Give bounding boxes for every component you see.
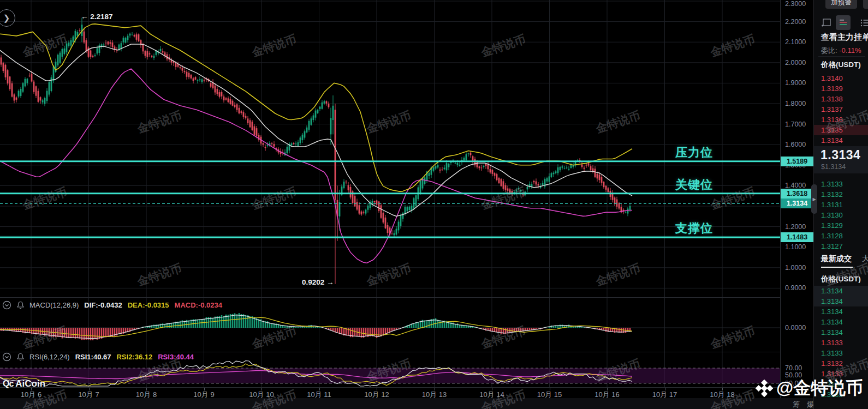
- diamond-logo-icon: [756, 380, 773, 397]
- aicoin-glyph: Qc: [3, 379, 13, 389]
- bid-row[interactable]: 1.3130: [814, 210, 868, 220]
- price-tick-label: 1.2000: [785, 223, 806, 231]
- last-price-usd: $1.3134: [821, 163, 846, 171]
- price-tick-label: 2.0000: [785, 59, 806, 67]
- last-price-block: 1.3134 $1.3134: [814, 146, 868, 173]
- alert-bell-icon[interactable]: [17, 301, 24, 309]
- level-label-support[interactable]: 支撑位: [675, 220, 713, 237]
- trading-app: { "watermark": {"text": "金特说币"}, "topbar…: [0, 0, 868, 409]
- bottom-strip: 筹 爆: [0, 398, 813, 409]
- date-axis[interactable]: 10月 610月 710月 810月 910月 1010月 1110月 1210…: [0, 387, 780, 399]
- price-axis[interactable]: 2.30002.20002.10002.00001.90001.80001.70…: [780, 0, 814, 398]
- indicator-tick-label: 0.0000: [785, 324, 806, 332]
- view-main-orders-link[interactable]: 查看主力挂单: [821, 32, 868, 43]
- trade-row: 1.3134: [814, 317, 868, 327]
- ask-row[interactable]: 1.3138: [814, 94, 868, 104]
- divider: [818, 56, 865, 57]
- rsi-legend: RSI(6,12,24) RSI1:40.67 RSI2:36.12 RSI3:…: [2, 352, 194, 362]
- bid-row[interactable]: 1.3131: [814, 200, 868, 210]
- trade-row: 1.3134: [814, 286, 868, 296]
- trade-row: 1.3134: [814, 327, 868, 338]
- trades-price-header: 价格(USDT): [821, 274, 861, 284]
- more-button[interactable]: [863, 0, 868, 9]
- date-label: 10月 17: [652, 390, 677, 400]
- price-tick-label: 2.1000: [785, 38, 806, 46]
- macd-legend: MACD(12,26,9) DIF:-0.0432 DEA:-0.0315 MA…: [2, 300, 222, 310]
- rsi2-value: RSI2:36.12: [116, 353, 152, 361]
- tab-chips[interactable]: 筹: [793, 400, 800, 409]
- price-badge-support[interactable]: 1.1483: [781, 232, 813, 242]
- date-label: 10月 7: [78, 390, 99, 400]
- high-annotation: ← 2.2187: [81, 13, 113, 21]
- date-label: 10月 13: [422, 390, 447, 400]
- last-price: 1.3134: [821, 148, 860, 163]
- main-chart[interactable]: [0, 0, 780, 387]
- price-tick-label: 2.2000: [785, 18, 806, 26]
- panel-collapse-handle[interactable]: ▶: [811, 184, 817, 214]
- price-badge-resistance[interactable]: 1.5189: [781, 157, 813, 166]
- ask-row[interactable]: 1.3139: [814, 83, 868, 94]
- price-tick-label: 1.7000: [785, 121, 806, 128]
- asks-list: 1.31401.31391.31381.31371.31361.31351.31…: [814, 73, 868, 146]
- date-label: 10月 9: [193, 390, 214, 400]
- price-tick-label: 1.8000: [785, 100, 806, 107]
- bid-row[interactable]: 1.3133: [814, 179, 868, 189]
- date-label: 10月 11: [307, 390, 331, 400]
- date-label: 10月 15: [537, 390, 562, 400]
- macd-title: MACD(12,26,9): [29, 301, 79, 309]
- weibi-label: 委比:: [821, 46, 837, 55]
- active-tab-underline: [821, 267, 853, 268]
- macd-dea-value: DEA:-0.0315: [128, 301, 169, 309]
- ask-row[interactable]: 1.3140: [814, 73, 868, 83]
- bid-row[interactable]: 1.3132: [814, 189, 868, 200]
- ask-row[interactable]: 1.3134: [814, 135, 868, 146]
- date-label: 10月 8: [136, 390, 157, 400]
- date-label: 10月 16: [594, 390, 620, 400]
- price-tick-label: 2.3000: [785, 0, 806, 8]
- trade-row: 1.3133: [814, 348, 868, 358]
- price-tick-label: 1.1000: [785, 243, 806, 251]
- price-badge-current[interactable]: 1.3134: [781, 199, 813, 208]
- price-tick-label: 1.6000: [785, 141, 806, 148]
- trade-row: 1.3134: [814, 296, 868, 306]
- tab-large-trades[interactable]: 大: [862, 254, 868, 264]
- ask-row[interactable]: 1.3137: [814, 104, 868, 115]
- aicoin-text: AiCoin: [15, 378, 45, 389]
- rsi3-value: RSI3:40.44: [158, 353, 194, 361]
- rsi1-value: RSI1:40.67: [75, 353, 111, 361]
- price-tick-label: 0.9000: [785, 284, 806, 292]
- bid-row[interactable]: 1.3127: [814, 241, 868, 251]
- date-label: 10月 12: [364, 390, 389, 400]
- price-header: 价格(USDT): [821, 60, 861, 70]
- chart-canvas[interactable]: [0, 0, 780, 387]
- level-label-key[interactable]: 关键位: [675, 177, 713, 193]
- ask-row[interactable]: 1.3135: [814, 125, 868, 135]
- order-book-panel: 加预警 查看主力挂单 委比: -0.11% 价格(USDT) 1.31401.3…: [813, 0, 868, 409]
- tab-latest-trades[interactable]: 最新成交: [821, 254, 852, 264]
- trade-row: 1.3134: [814, 306, 868, 317]
- macd-dif-value: DIF:-0.0432: [84, 301, 122, 309]
- level-label-resistance[interactable]: 压力位: [675, 145, 713, 161]
- price-badge-key[interactable]: 1.3618: [781, 189, 813, 199]
- rsi-title: RSI(6,12,24): [29, 353, 70, 361]
- trade-row: 1.3133: [814, 338, 868, 348]
- add-alert-button[interactable]: 加预警: [825, 0, 857, 9]
- ask-row[interactable]: 1.3136: [814, 115, 868, 125]
- footer-watermark-text: @金特说币: [776, 376, 863, 400]
- macd-value: MACD:-0.0234: [175, 301, 222, 309]
- date-label: 10月 10: [249, 390, 274, 400]
- bid-row[interactable]: 1.3129: [814, 220, 868, 231]
- add-pane-icon[interactable]: [819, 16, 833, 29]
- candles: [1, 18, 631, 284]
- alert-bell-icon[interactable]: [17, 353, 24, 361]
- bid-row[interactable]: 1.3128: [814, 231, 868, 241]
- date-label: 10月 6: [21, 390, 41, 400]
- collapse-pane-icon[interactable]: [2, 352, 11, 362]
- price-tick-label: 1.9000: [785, 79, 806, 87]
- trade-row: 1.3132: [814, 358, 868, 369]
- indicator-tick-label: 70.00: [785, 364, 802, 372]
- depth-view-icon[interactable]: [836, 15, 851, 30]
- collapse-pane-icon[interactable]: [2, 300, 11, 310]
- bids-list: 1.31331.31321.31311.31301.31291.31281.31…: [814, 179, 868, 251]
- list-view-icon[interactable]: [859, 16, 868, 29]
